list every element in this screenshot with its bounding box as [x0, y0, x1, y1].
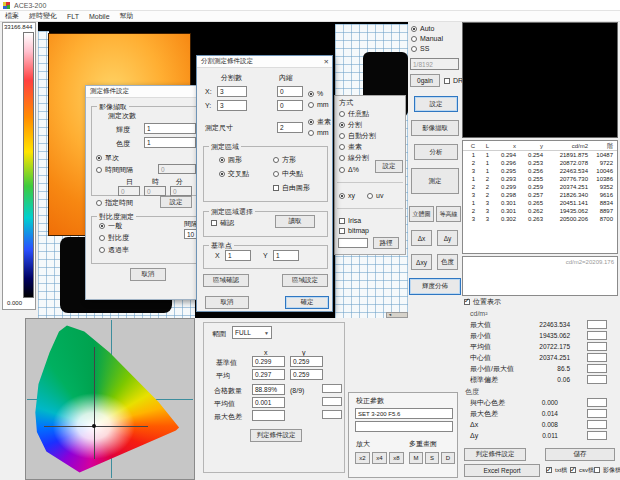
manual-radio[interactable]: Manual: [411, 35, 443, 43]
size-px-radio[interactable]: 畫素: [308, 118, 331, 126]
color-button[interactable]: 色度: [437, 254, 458, 270]
hour-field[interactable]: 0: [144, 186, 166, 196]
dialog-title-bar[interactable]: 測定條件設定: [86, 86, 196, 98]
mode-option-pixel[interactable]: 畫素: [339, 143, 362, 151]
free-shape-checkbox[interactable]: 自由圖形: [273, 184, 310, 192]
title-bar[interactable]: ACE3-200: [0, 0, 620, 11]
inset-pct-radio[interactable]: %: [308, 90, 323, 98]
table-row[interactable]: 310.2950.25622463.53410046: [463, 167, 617, 175]
ok-button[interactable]: 確定: [285, 296, 329, 309]
inset-x-field[interactable]: 0: [277, 86, 303, 97]
multi-s-button[interactable]: S: [425, 452, 439, 464]
cie-chromaticity-diagram[interactable]: [25, 318, 195, 480]
set-button[interactable]: 設定: [414, 96, 458, 112]
mode-option-line[interactable]: 線分割: [339, 154, 369, 162]
ss-radio[interactable]: SS: [411, 45, 429, 53]
path-button[interactable]: 路徑: [373, 237, 399, 249]
coord-xy-radio[interactable]: xy: [339, 192, 355, 200]
read-button[interactable]: 讀取: [275, 215, 315, 228]
div-x-field[interactable]: 3: [217, 86, 247, 97]
delta-x-button[interactable]: Δx: [411, 230, 432, 246]
mode-option-autosplit[interactable]: 自動分割: [339, 132, 376, 140]
cancel-button[interactable]: 取消: [130, 268, 166, 281]
table-row[interactable]: 220.2990.25920374.2519352: [463, 183, 617, 191]
avg-y-field[interactable]: 0.259: [290, 369, 323, 380]
zoom-x8-button[interactable]: x8: [389, 452, 404, 464]
trans-radio[interactable]: 透過率: [99, 246, 129, 254]
table-row[interactable]: 230.3010.26219435.0628897: [463, 207, 617, 215]
ref-x-field[interactable]: 0.299: [252, 356, 285, 367]
secondary-image-view[interactable]: [462, 22, 618, 138]
normal-radio[interactable]: 一般: [99, 222, 122, 230]
size-mm-radio[interactable]: mm: [308, 129, 329, 137]
table-row[interactable]: 130.3010.26520451.1418834: [463, 199, 617, 207]
inset-mm-radio[interactable]: mm: [308, 101, 329, 109]
region-confirm-button[interactable]: 區域確認: [203, 274, 249, 287]
menu-item-file[interactable]: 檔案: [5, 11, 19, 21]
judge-cond-button-2[interactable]: 判定條件設定: [250, 429, 302, 442]
pos-display-checkbox[interactable]: 位置表示: [464, 298, 501, 306]
lum-dist-button[interactable]: 輝度分佈: [409, 278, 461, 295]
excel-report-button[interactable]: Excel Report: [464, 464, 540, 477]
csv-checkbox[interactable]: csv檔: [570, 467, 594, 474]
base-x-field[interactable]: 1: [225, 250, 251, 261]
multi-m-button[interactable]: M: [409, 452, 423, 464]
irisa-checkbox[interactable]: Irisa: [339, 217, 361, 225]
measure-button[interactable]: 測定: [411, 168, 459, 194]
table-row[interactable]: 120.2930.25520776.73010386: [463, 175, 617, 183]
image-file-checkbox[interactable]: 影像檔: [594, 467, 620, 474]
shutter-field[interactable]: 1/8192: [410, 58, 459, 70]
base-y-field[interactable]: 1: [273, 250, 299, 261]
table-row[interactable]: 320.2980.25721826.3409616: [463, 191, 617, 199]
solid-graph-button[interactable]: 立體圖: [409, 206, 434, 222]
table-row[interactable]: 330.3020.26320500.2068700: [463, 215, 617, 223]
delta-y-button[interactable]: Δy: [437, 230, 458, 246]
zoom-x2-button[interactable]: x2: [355, 452, 370, 464]
cross-radio[interactable]: 交叉點: [219, 170, 249, 178]
lum-count-field[interactable]: 1: [144, 123, 196, 134]
interval-field[interactable]: 0: [158, 164, 196, 174]
mode-option-split[interactable]: 分割: [339, 121, 362, 129]
judge-cond-button[interactable]: 判定條件設定: [464, 448, 526, 461]
menu-item-help[interactable]: 幫助: [120, 11, 134, 21]
auto-radio[interactable]: Auto: [411, 25, 434, 33]
avg-x-field[interactable]: 0.297: [252, 369, 285, 380]
h-scrollbar[interactable]: ◄: [386, 312, 408, 318]
ref-y-field[interactable]: 0.259: [290, 356, 323, 367]
chroma-count-field[interactable]: 1: [144, 137, 196, 148]
size-field[interactable]: 2: [277, 122, 303, 133]
mode-option-delta[interactable]: Δ%: [339, 166, 359, 174]
spec-time-radio[interactable]: 指定時間: [96, 199, 133, 207]
inset-y-field[interactable]: 0: [277, 100, 303, 111]
path-field[interactable]: [338, 238, 368, 248]
circle-radio[interactable]: 圓形: [219, 156, 242, 164]
div-y-field[interactable]: 3: [217, 100, 247, 111]
range-dropdown[interactable]: FULL▼: [232, 326, 272, 339]
coord-uv-radio[interactable]: uv: [367, 192, 383, 200]
square-radio[interactable]: 方形: [273, 156, 296, 164]
zoom-x4-button[interactable]: x4: [372, 452, 387, 464]
contour-button[interactable]: 等高線: [436, 206, 461, 222]
confirm-checkbox[interactable]: 確認: [211, 219, 234, 227]
delta-xy-button[interactable]: Δxy: [411, 254, 432, 270]
region-set-button[interactable]: 區域設定: [282, 274, 328, 287]
day-field[interactable]: 0: [118, 186, 140, 196]
close-icon[interactable]: ✕: [324, 58, 329, 66]
dr-checkbox[interactable]: DR: [444, 77, 463, 85]
menu-item-temporal[interactable]: 經時變化: [29, 11, 57, 21]
capture-button[interactable]: 影像擷取: [411, 120, 459, 136]
mode-option-any[interactable]: 任意點: [339, 110, 369, 118]
table-row[interactable]: 110.2940.25421891.87510487: [463, 151, 617, 159]
menu-item-flt[interactable]: FLT: [67, 13, 79, 20]
spec-time-set-button[interactable]: 設定: [160, 196, 192, 208]
interval-radio[interactable]: 時間間隔: [96, 166, 133, 174]
table-row[interactable]: 210.2960.25320872.0789722: [463, 159, 617, 167]
save-button[interactable]: 儲存: [545, 448, 615, 461]
mode-set-button[interactable]: 設定: [375, 160, 403, 173]
multi-d-button[interactable]: D: [441, 452, 455, 464]
cancel-button[interactable]: 取消: [205, 296, 249, 309]
minute-field[interactable]: 0: [170, 186, 192, 196]
txt-checkbox[interactable]: txt檔: [546, 467, 567, 474]
analyze-button[interactable]: 分析: [414, 144, 458, 160]
contrast-radio[interactable]: 對比度: [99, 234, 129, 242]
